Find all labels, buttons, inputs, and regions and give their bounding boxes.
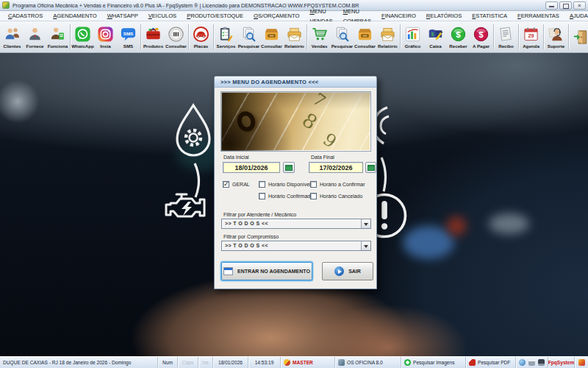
status-user: MASTER (281, 357, 335, 368)
clipboard-icon (218, 25, 235, 43)
menu-item-os-or-amento[interactable]: OS/ORÇAMENTO (248, 11, 304, 21)
toolbar-funciona-label: Funciona (48, 43, 68, 49)
pdf-icon (469, 359, 476, 366)
date-start-field[interactable]: 18/01/2026 (223, 162, 280, 173)
status-os-version[interactable]: OS OFICINA 8.0 (335, 357, 401, 368)
toolbar-consultar-vendas-button[interactable]: Consultar (354, 22, 376, 52)
statusbar: DUQUE DE CAXIAS - RJ 18 de Janeiro de 20… (0, 356, 588, 368)
toolbar-separator (493, 24, 494, 49)
fpq-logo-icon (578, 359, 585, 366)
toolbar-servicos-button[interactable]: Serviços (215, 22, 237, 52)
toolbar-consultar-os-button[interactable]: Consultar (260, 22, 283, 52)
toolbar-suporte-label: Suporte (548, 43, 564, 49)
toolbar-separator (140, 24, 141, 49)
date-start-label: Data Inicial (223, 155, 249, 160)
toolbar-relatorio-os-button[interactable]: Relatório (283, 22, 306, 52)
date-end-field[interactable]: 17/02/2026 (309, 162, 363, 173)
toolbar-caixa-button[interactable]: $Caixa (424, 22, 447, 52)
enter-agenda-button[interactable]: ENTRAR NO AGENDAMENTO (221, 262, 312, 280)
menu-item-financeiro[interactable]: FINANCEIRO (376, 11, 421, 21)
chevron-down-icon[interactable] (361, 241, 370, 250)
toolbar-separator (188, 24, 189, 49)
checkbox-geral-label: GERAL (232, 182, 250, 187)
report-icon (379, 25, 397, 43)
toolbar-recibo-button[interactable]: Recibo (495, 22, 517, 52)
toolbar-funciona-button[interactable]: Funciona (46, 22, 69, 52)
toolbar-fornece-label: Fornece (26, 43, 43, 49)
checkbox-horario-confirmado[interactable] (259, 193, 265, 199)
checkbox-horario-a-confirmar[interactable] (310, 181, 317, 188)
menu-item-whatsapp[interactable]: WHATSAPP (102, 11, 143, 21)
menu-item-estatistica[interactable]: ESTATISTICA (467, 11, 512, 21)
date-end-calendar-button[interactable] (365, 162, 376, 173)
toolbar-a-pagar-button[interactable]: $A Pagar (470, 22, 492, 52)
toolbar-placas-label: Placas (194, 43, 209, 49)
menu-item-ferramentas[interactable]: FERRAMENTAS (512, 11, 564, 21)
close-button[interactable] (573, 1, 586, 10)
toolbar-sms-button[interactable]: SMSSMS (117, 22, 140, 52)
toolbar-agenda-button[interactable]: 29Agenda (520, 22, 542, 52)
agenda-photo: 7 8 9 (220, 91, 371, 152)
toolbar-produtos-button[interactable]: Produtos (142, 22, 165, 52)
filter-commitment-select[interactable]: >> T O D O S << (221, 241, 371, 251)
toolbar-vendas-button[interactable]: Vendas (308, 22, 331, 52)
toolbar-separator (400, 24, 401, 49)
menu-item-relat-rios[interactable]: RELATÓRIOS (421, 11, 467, 21)
dollar-green-icon: $ (450, 25, 467, 43)
filter-attendant-value: >> T O D O S << (222, 219, 361, 228)
dialog-title: >>> MENU DO AGENDAMENTO <<< (215, 77, 376, 88)
toolbar-servicos-label: Serviços (217, 43, 236, 49)
toolbar-pesquisar-vendas-button[interactable]: Pesquisar (331, 22, 354, 52)
monitor-icon[interactable] (538, 359, 545, 366)
toolbar-whatsapp-button[interactable]: WhatsApp (71, 22, 94, 52)
toolbar-suporte-button[interactable]: Suporte (545, 22, 567, 52)
restore-button[interactable] (559, 1, 572, 10)
arrow-circle-icon (334, 266, 344, 276)
toolbar-separator (518, 24, 519, 49)
photo-shade (221, 92, 370, 151)
toolbar-separator (568, 24, 569, 49)
dollar-red-icon: $ (473, 25, 490, 43)
checkbox-horario-disponivel[interactable] (259, 181, 265, 188)
engine-blur-spot (447, 216, 466, 236)
cart-icon (311, 25, 329, 43)
exit-button-label: SAIR (348, 269, 361, 274)
svg-text:SMS: SMS (123, 31, 133, 36)
toolbar-relatorio-vendas-button[interactable]: Relatório (376, 22, 399, 52)
toolbar-fornece-button[interactable]: Fornece (24, 22, 46, 52)
toolbar-grafico-label: Gráfico (405, 43, 421, 49)
toolbar-consultar-os-label: Consultar (261, 43, 282, 49)
date-start-calendar-button[interactable] (283, 162, 295, 173)
oil-drop-gear-icon (171, 102, 216, 159)
menu-item-veiculos[interactable]: VEICULOS (143, 11, 182, 21)
filter-attendant-select[interactable]: >> T O D O S << (221, 219, 371, 229)
toolbar-pesquisar-os-button[interactable]: Pesquisar (237, 22, 260, 52)
toolbar-placas-button[interactable]: Placas (190, 22, 212, 52)
checkbox-geral[interactable] (223, 181, 229, 188)
chevron-down-icon[interactable] (361, 219, 370, 228)
minimize-button[interactable] (545, 1, 558, 10)
toolbar-grafico-button[interactable]: Gráfico (401, 22, 424, 52)
toolbar: ClientesForneceFuncionaWhatsAppInstaSMSS… (0, 21, 588, 53)
toolbar-sair-sistema-button[interactable] (570, 22, 588, 52)
printer-icon[interactable] (528, 359, 535, 366)
menu-item-agendamento[interactable]: AGENDAMENTO (48, 11, 101, 21)
menu-item-cadastros[interactable]: CADASTROS (3, 11, 48, 21)
window-titlebar: Programa Oficina Mecânica + Vendas e Fin… (0, 0, 588, 11)
status-search-pdf[interactable]: Pesquisar PDF (466, 357, 516, 368)
menu-item-ajuda[interactable]: AJUDA (564, 11, 588, 21)
toolbar-consultar-produtos-button[interactable]: Consultar (165, 22, 187, 52)
exit-button[interactable]: SAIR (322, 262, 373, 280)
toolbar-whatsapp-label: WhatsApp (71, 43, 94, 49)
status-search-images[interactable]: Pesquisar Imagens (401, 357, 466, 368)
enter-agenda-button-label: ENTRAR NO AGENDAMENTO (237, 269, 310, 274)
browser-icon[interactable] (519, 359, 526, 366)
toolbar-clientes-button[interactable]: Clientes (1, 22, 24, 52)
toolbar-relatorio-vendas-label: Relatório (378, 43, 398, 49)
toolbar-receber-button[interactable]: $Receber (447, 22, 470, 52)
checkbook-icon: $ (427, 25, 445, 43)
status-ins: Ins (198, 357, 213, 368)
menu-item-produto-estoque[interactable]: PRODUTO/ESTOQUE (182, 11, 248, 21)
checkbox-horario-cancelado[interactable] (310, 193, 317, 199)
toolbar-insta-button[interactable]: Insta (94, 22, 117, 52)
